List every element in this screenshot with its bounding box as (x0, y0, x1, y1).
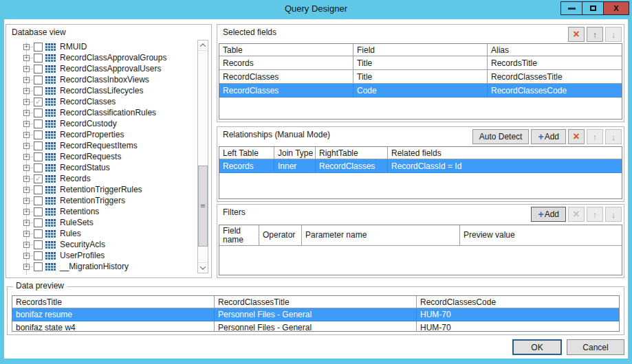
expand-icon[interactable]: + (23, 165, 30, 171)
checkbox[interactable] (34, 141, 43, 150)
checkbox[interactable] (34, 109, 43, 117)
tree-item[interactable]: +RetentionTriggers (7, 195, 197, 206)
tree-item[interactable]: +SecurityAcls (7, 239, 197, 250)
expand-icon[interactable]: + (23, 66, 30, 72)
column-header[interactable]: Preview value (460, 225, 622, 246)
checkbox[interactable]: ✓ (34, 98, 43, 106)
filters-add-button[interactable]: +Add (531, 207, 566, 222)
expand-icon[interactable]: + (23, 231, 30, 237)
filters-delete-button[interactable]: × (568, 207, 585, 222)
filters-move-up-button[interactable]: ↑ (587, 207, 603, 222)
expand-icon[interactable]: + (23, 44, 30, 50)
column-header[interactable]: Alias (488, 44, 622, 56)
tree-item[interactable]: +RMUID (7, 41, 197, 52)
checkbox[interactable]: ✓ (34, 174, 43, 183)
tree-item[interactable]: +__MigrationHistory (7, 261, 197, 272)
table-row[interactable]: bonifaz resumePersonnel Files - GeneralH… (12, 308, 619, 321)
close-button[interactable]: X (603, 1, 629, 15)
expand-icon[interactable]: + (23, 154, 30, 160)
expand-icon[interactable]: + (23, 77, 30, 83)
tree-item[interactable]: +RuleSets (7, 217, 197, 228)
checkbox[interactable] (34, 76, 43, 84)
column-header[interactable]: RightTable (316, 147, 388, 159)
checkbox[interactable] (34, 240, 43, 249)
tree-item[interactable]: +RecordProperties (7, 129, 197, 140)
expand-icon[interactable]: + (23, 55, 30, 61)
relationships-move-up-button[interactable]: ↑ (587, 129, 603, 144)
table-row[interactable]: bonifaz state w4Personnel Files - Genera… (12, 321, 619, 332)
tree-item[interactable]: +RecordCustody (7, 118, 197, 129)
cancel-button[interactable]: Cancel (567, 339, 624, 355)
ok-button[interactable]: OK (512, 339, 562, 355)
selected-fields-move-up-button[interactable]: ↑ (587, 27, 603, 42)
checkbox[interactable] (34, 152, 43, 161)
column-header[interactable]: RecordClassesTitle (215, 296, 417, 308)
table-row[interactable]: RecordClassesCodeRecordClassesCode (219, 84, 622, 98)
tree-item[interactable]: +RecordClassLifecycles (7, 85, 197, 96)
checkbox[interactable] (34, 196, 43, 205)
expand-icon[interactable]: + (23, 99, 30, 105)
tree-item[interactable]: +Rules (7, 228, 197, 239)
tree-item[interactable]: +UserProfiles (7, 250, 197, 261)
column-header[interactable]: Field name (219, 225, 259, 246)
column-header[interactable]: Operator (259, 225, 302, 246)
expand-icon[interactable]: + (23, 110, 30, 116)
checkbox[interactable] (34, 163, 43, 172)
column-header[interactable]: Related fields (388, 147, 622, 159)
checkbox[interactable] (34, 207, 43, 216)
expand-icon[interactable]: + (23, 187, 30, 193)
column-header[interactable]: Table (219, 44, 353, 56)
selected-fields-delete-button[interactable]: × (568, 27, 585, 42)
tree-item[interactable]: +RecordRequestItems (7, 140, 197, 151)
relationships-delete-button[interactable]: × (568, 129, 585, 144)
column-header[interactable]: Join Type (274, 147, 316, 159)
column-header[interactable]: Field (353, 44, 488, 56)
checkbox[interactable] (34, 130, 43, 139)
scrollbar-thumb[interactable]: ≡ (198, 166, 208, 247)
column-header[interactable]: Left Table (219, 147, 274, 159)
tree-item[interactable]: +RetentionTriggerRules (7, 184, 197, 195)
checkbox[interactable] (34, 43, 43, 52)
checkbox[interactable] (34, 218, 43, 227)
expand-icon[interactable]: + (23, 176, 30, 182)
tree-item[interactable]: +Retentions (7, 206, 197, 217)
tree-item[interactable]: +RecordStatus (7, 162, 197, 173)
relationships-move-down-button[interactable]: ↓ (605, 129, 622, 144)
expand-icon[interactable]: + (23, 253, 30, 259)
expand-icon[interactable]: + (23, 209, 30, 215)
scrollbar-down-button[interactable] (198, 262, 208, 273)
checkbox[interactable] (34, 87, 43, 95)
checkbox[interactable] (34, 262, 43, 271)
maximize-button[interactable] (582, 1, 604, 15)
checkbox[interactable] (34, 65, 43, 73)
column-header[interactable]: Parameter name (302, 225, 460, 246)
tree-scrollbar[interactable]: ≡ (197, 40, 208, 273)
table-row[interactable]: RecordsInnerRecordClassesRecordClassId =… (219, 159, 622, 173)
checkbox[interactable] (34, 120, 43, 128)
tree-item[interactable]: +RecordClassificationRules (7, 107, 197, 118)
tree-item[interactable]: +RecordClassApprovalGroups (7, 52, 197, 63)
table-row[interactable]: RecordClassesTitleRecordClassesTitle (219, 70, 622, 84)
expand-icon[interactable]: + (23, 198, 30, 204)
tree-item[interactable]: +RecordClassApprovalUsers (7, 63, 197, 74)
checkbox[interactable] (34, 185, 43, 194)
expand-icon[interactable]: + (23, 264, 30, 270)
expand-icon[interactable]: + (23, 121, 30, 127)
checkbox[interactable] (34, 251, 43, 260)
column-header[interactable]: RecordClassesCode (417, 296, 619, 308)
scrollbar-up-button[interactable] (198, 41, 208, 51)
tree-item[interactable]: +RecordRequests (7, 151, 197, 162)
column-header[interactable]: RecordsTitle (12, 296, 215, 308)
expand-icon[interactable]: + (23, 242, 30, 248)
table-row[interactable]: RecordsTitleRecordsTitle (219, 56, 622, 70)
checkbox[interactable] (34, 229, 43, 238)
selected-fields-move-down-button[interactable]: ↓ (605, 27, 622, 42)
expand-icon[interactable]: + (23, 132, 30, 138)
expand-icon[interactable]: + (23, 88, 30, 94)
expand-icon[interactable]: + (23, 143, 30, 149)
tree-item[interactable]: +✓RecordClasses (7, 96, 197, 107)
tree-item[interactable]: +✓Records (7, 173, 197, 184)
auto-detect-button[interactable]: Auto Detect (472, 129, 530, 144)
relationships-add-button[interactable]: +Add (531, 129, 566, 144)
tree-item[interactable]: +RecordClassInboxViews (7, 74, 197, 85)
